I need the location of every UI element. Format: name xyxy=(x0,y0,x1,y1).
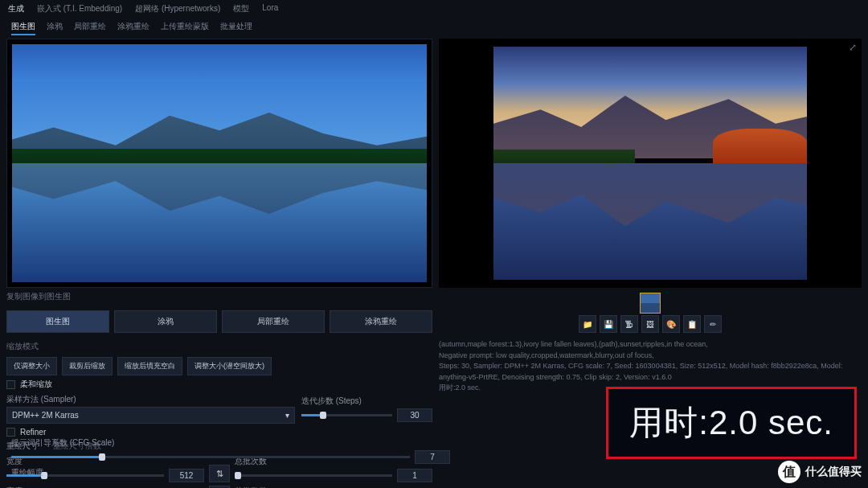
expand-icon[interactable]: ⤢ xyxy=(849,42,857,53)
mode-img2img-button[interactable]: 图生图 xyxy=(6,310,109,333)
mode-sketch-button[interactable]: 涂鸦 xyxy=(114,310,217,333)
resize-fill-button[interactable]: 缩放后填充空白 xyxy=(117,357,182,375)
checkbox-icon xyxy=(6,380,15,389)
save-button[interactable]: 💾 xyxy=(600,315,617,333)
resize-mode-label: 缩放模式 xyxy=(6,338,432,355)
edit-button[interactable]: ✏ xyxy=(704,315,722,333)
meta-params: Steps: 30, Sampler: DPM++ 2M Karras, CFG… xyxy=(439,361,862,383)
checkbox-icon xyxy=(6,428,15,437)
tab-model[interactable]: 模型 xyxy=(233,3,249,14)
send-extras-button[interactable]: 📋 xyxy=(683,315,701,333)
caption-label: 复制图像到图生图 xyxy=(6,288,432,306)
tab-generate[interactable]: 生成 xyxy=(8,3,24,14)
subtab-batch[interactable]: 批量处理 xyxy=(220,21,252,35)
top-tabs: 生成 嵌入式 (T.I. Embedding) 超网络 (Hypernetwor… xyxy=(0,0,868,18)
output-image-panel: ⤢ xyxy=(439,39,862,288)
subtab-inpaint[interactable]: 局部重绘 xyxy=(74,21,106,35)
input-image xyxy=(12,44,427,282)
cfg-slider[interactable] xyxy=(11,456,410,458)
denoise-label: 重绘幅度 xyxy=(11,467,450,478)
open-folder-button[interactable]: 📁 xyxy=(579,315,596,333)
watermark: 值 什么值得买 xyxy=(778,461,862,483)
output-thumbnail[interactable] xyxy=(640,293,661,314)
mode-buttons: 图生图 涂鸦 局部重绘 涂鸦重绘 xyxy=(6,306,432,338)
meta-prompt: (autumn,maple forest:1.3),ivory line fal… xyxy=(439,339,862,351)
cfg-value[interactable]: 7 xyxy=(415,450,450,464)
send-inpaint-button[interactable]: 🎨 xyxy=(662,315,680,333)
soft-resize-check[interactable]: 柔和缩放 xyxy=(6,377,432,392)
tab-hypernetworks[interactable]: 超网络 (Hypernetworks) xyxy=(135,3,220,14)
soft-resize-label: 柔和缩放 xyxy=(20,379,52,390)
tab-embedding[interactable]: 嵌入式 (T.I. Embedding) xyxy=(37,3,122,14)
sampler-select[interactable]: DPM++ 2M Karras ▾ xyxy=(6,407,295,424)
resize-just-button[interactable]: 仅调整大小 xyxy=(6,357,57,375)
steps-slider[interactable] xyxy=(301,414,392,416)
elapsed-time-callout: 用时:2.0 sec. xyxy=(606,387,857,459)
zip-button[interactable]: 🗜 xyxy=(620,315,638,333)
subtab-img2img[interactable]: 图生图 xyxy=(11,21,35,35)
tab-lora[interactable]: Lora xyxy=(262,3,278,14)
resize-mode-row: 仅调整大小 裁剪后缩放 缩放后填充空白 调整大小(潜空间放大) xyxy=(6,355,432,377)
refiner-label: Refiner xyxy=(20,428,46,437)
cfg-label: 提示词引导系数 (CFG Scale) xyxy=(11,437,450,449)
resize-latent-button[interactable]: 调整大小(潜空间放大) xyxy=(187,357,272,375)
input-image-canvas[interactable] xyxy=(6,39,432,288)
steps-value[interactable]: 30 xyxy=(397,408,432,422)
subtab-upload-mask[interactable]: 上传重绘蒙版 xyxy=(161,21,209,35)
send-img2img-button[interactable]: 🖼 xyxy=(641,315,659,333)
subtab-sketch-inpaint[interactable]: 涂鸦重绘 xyxy=(117,21,149,35)
mode-sketch-inpaint-button[interactable]: 涂鸦重绘 xyxy=(330,310,432,333)
sub-tabs: 图生图 涂鸦 局部重绘 涂鸦重绘 上传重绘蒙版 批量处理 xyxy=(0,18,868,39)
steps-label: 迭代步数 (Steps) xyxy=(301,396,432,407)
output-actions: 📁 💾 🗜 🖼 🎨 📋 ✏ xyxy=(439,314,862,334)
watermark-icon: 值 xyxy=(778,461,800,483)
output-image[interactable] xyxy=(493,47,807,280)
refiner-check[interactable]: Refiner xyxy=(6,426,432,438)
watermark-text: 什么值得买 xyxy=(805,465,862,479)
mode-inpaint-button[interactable]: 局部重绘 xyxy=(222,310,325,333)
meta-negative: Negative prompt: low quality,cropped,wat… xyxy=(439,351,862,362)
subtab-sketch[interactable]: 涂鸦 xyxy=(47,21,63,35)
resize-crop-button[interactable]: 裁剪后缩放 xyxy=(62,357,113,375)
sampler-label: 采样方法 (Sampler) xyxy=(6,394,295,405)
chevron-down-icon: ▾ xyxy=(285,411,289,420)
